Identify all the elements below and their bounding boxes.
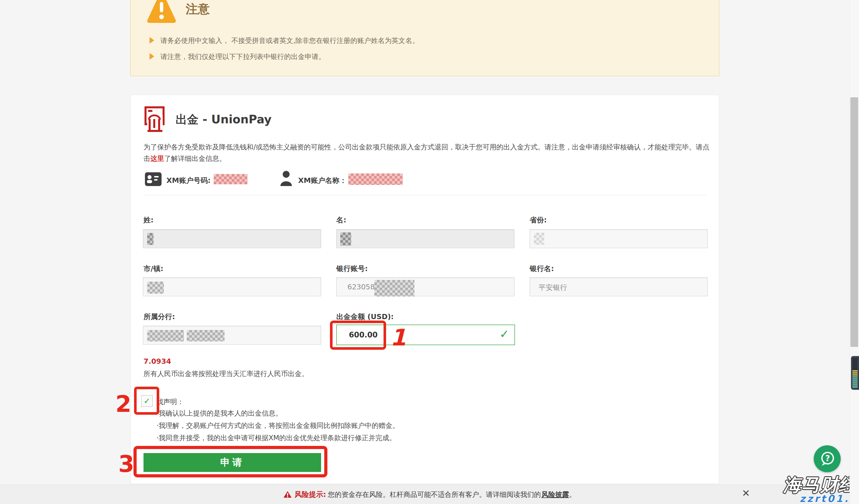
branch-redacted [187, 330, 225, 342]
last-name-label: 姓: [144, 215, 153, 225]
bank-name-label: 银行名: [530, 264, 554, 273]
scrollbar-thumb[interactable] [850, 97, 858, 347]
declaration-item: ·我确认以上提供的是我本人的出金信息。 [156, 409, 283, 418]
bank-account-field: 62305800 [336, 277, 514, 296]
city-redacted [147, 282, 164, 294]
city-label: 市/镇: [144, 264, 163, 273]
intro-paragraph: 为了保护各方免受欺诈及降低洗钱和/或恐怖主义融资的可能性，公司出金款项只能依原入… [144, 141, 715, 164]
risk-text: 您的资金存在风险。杠杆商品可能不适合所有客户。请详细阅读我们的 [328, 490, 541, 499]
intro-text-after: 了解详细出金信息。 [164, 155, 226, 162]
annotation-box-amount [330, 320, 386, 350]
exchange-rate: 7.0934 [144, 357, 171, 365]
help-question-mark: ? [825, 453, 830, 463]
account-number-redacted [214, 174, 247, 184]
annotation-number-1: 1 [390, 326, 406, 349]
province-field [530, 229, 708, 248]
bank-name-field: 平安银行 [530, 277, 708, 296]
account-number-label: XM账户号码: [166, 176, 211, 185]
last-name-redacted [147, 233, 153, 245]
bank-name-value: 平安银行 [539, 283, 567, 292]
account-name-redacted [348, 173, 403, 185]
risk-disclosure-link[interactable]: 风险披露 [542, 490, 569, 499]
withdrawal-panel: 出金 - UnionPay 为了保护各方免受欺诈及降低洗钱和/或恐怖主义融资的可… [130, 95, 719, 484]
annotation-box-checkbox [134, 387, 159, 415]
declaration-label: 我声明： [156, 397, 184, 406]
side-stripe-widget[interactable] [851, 356, 859, 390]
declaration-item: ·我理解，交易账户任何方式的出金，将按照出金金额同比例扣除账户中的赠金。 [156, 421, 399, 430]
annotation-box-submit [134, 446, 327, 477]
last-name-field [143, 229, 321, 248]
bullet-arrow-icon [150, 37, 154, 44]
id-card-icon [145, 172, 162, 186]
risk-warning-icon [283, 490, 292, 498]
warning-triangle-icon [147, 0, 176, 28]
panel-title: 出金 - UnionPay [176, 112, 272, 127]
intro-text-before: 为了保护各方免受欺诈及降低洗钱和/或恐怖主义融资的可能性，公司出金款项只能依原入… [144, 143, 709, 162]
first-name-redacted [340, 232, 351, 246]
bullet-arrow-icon [150, 53, 154, 60]
bank-account-redacted [374, 280, 415, 297]
help-button[interactable]: ? [814, 445, 841, 472]
bank-withdrawal-icon [144, 106, 167, 132]
branch-label: 所属分行: [144, 312, 175, 321]
exchange-rate-note: 所有人民币出金将按照处理当天汇率进行人民币出金。 [144, 369, 308, 378]
amount-valid-check-icon: ✓ [499, 327, 509, 341]
bank-account-label: 银行账号: [336, 264, 368, 273]
notice-item: 请注意，我们仅处理以下下拉列表中银行的出金申请。 [161, 52, 326, 61]
first-name-field [336, 229, 514, 248]
divider [144, 195, 706, 195]
annotation-number-2: 2 [116, 393, 132, 415]
footer-close-icon[interactable]: ✕ [742, 488, 750, 498]
risk-text-end: 。 [569, 490, 576, 499]
details-link[interactable]: 这里 [150, 155, 164, 162]
person-icon [280, 171, 293, 186]
province-label: 省份: [530, 215, 547, 225]
risk-label: 风险提示: [295, 490, 326, 499]
province-redacted [534, 233, 544, 245]
branch-field [143, 326, 321, 345]
amount-label: 出金金额 (USD): [336, 312, 394, 321]
notice-box: 注意 请务必使用中文输入， 不接受拼音或者英文,除非您在银行注册的账户姓名为英文… [130, 0, 719, 76]
annotation-number-3: 3 [118, 453, 134, 476]
branch-redacted [147, 330, 184, 342]
account-name-label: XM账户名称： [298, 176, 347, 185]
declaration-item: ·我同意并接受，我的出金申请可根据XM的出金优先处理条款进行修正并完成。 [156, 433, 396, 442]
risk-footer-bar: 风险提示: 您的资金存在风险。杠杆商品可能不适合所有客户。请详细阅读我们的 风险… [0, 485, 859, 504]
city-field [143, 277, 321, 296]
help-bubble-icon: ? [817, 448, 838, 469]
first-name-label: 名: [336, 215, 346, 225]
stripe-bars [853, 358, 858, 388]
notice-title: 注意 [186, 1, 210, 17]
notice-item: 请务必使用中文输入， 不接受拼音或者英文,除非您在银行注册的账户姓名为英文名。 [161, 36, 419, 45]
